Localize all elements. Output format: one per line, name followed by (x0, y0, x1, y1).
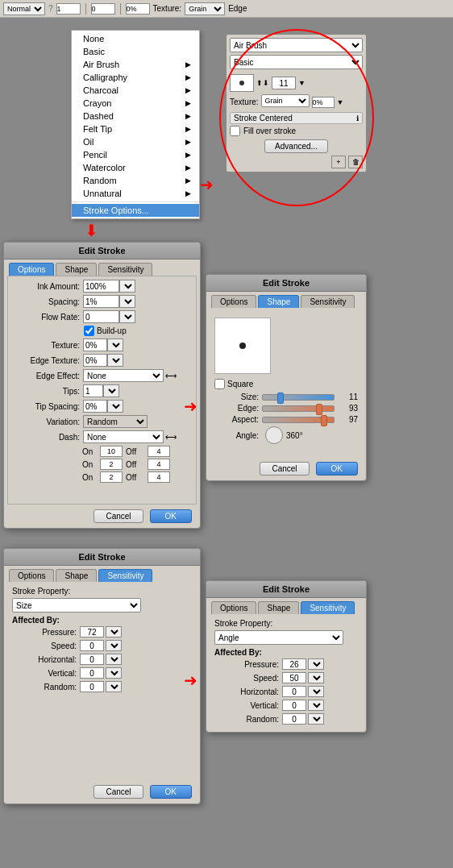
opacity-input[interactable] (56, 3, 81, 15)
spacing-input[interactable] (83, 295, 119, 308)
dropdown-item-basic[interactable]: Basic (72, 45, 199, 58)
texture-percent-input[interactable] (312, 97, 335, 108)
horizontal-input-angle[interactable] (282, 686, 306, 697)
on-input-3[interactable] (100, 471, 123, 483)
basic-select[interactable]: Basic (230, 55, 363, 69)
edge-texture-select[interactable]: ▼ (107, 354, 123, 367)
fill-over-stroke-checkbox[interactable] (230, 126, 240, 136)
tip-spacing-input[interactable] (83, 400, 107, 413)
tab-options-shape[interactable]: Options (211, 295, 256, 308)
cancel-button-sens-size[interactable]: Cancel (94, 785, 143, 799)
speed-select-size[interactable]: ▼ (106, 640, 122, 651)
off-input-1[interactable] (148, 446, 170, 457)
tab-shape-sens-size[interactable]: Shape (56, 569, 97, 582)
speed-input-angle[interactable] (282, 672, 306, 683)
vertical-input-size[interactable] (80, 667, 104, 679)
random-select-angle[interactable]: ▼ (308, 713, 324, 725)
speed-input-size[interactable] (80, 640, 104, 651)
dash-select[interactable]: None (83, 430, 164, 443)
blend-input[interactable] (126, 3, 150, 15)
sens-size-title: Edit Stroke (4, 549, 200, 566)
square-checkbox[interactable] (214, 379, 225, 389)
advanced-button[interactable]: Advanced... (264, 139, 328, 153)
variation-select[interactable]: Random (83, 415, 148, 428)
tab-sensitivity-active-1[interactable]: Sensitivity (98, 569, 152, 582)
buildup-checkbox[interactable] (84, 326, 94, 336)
dropdown-item-charcoal[interactable]: Charcoal ▶ (72, 84, 199, 97)
texture-select-top[interactable]: Grain (185, 2, 225, 15)
tab-shape-active[interactable]: Shape (258, 295, 299, 308)
random-select-size[interactable]: ▼ (106, 681, 122, 692)
edge-texture-input[interactable] (83, 354, 107, 367)
texture-select-opt[interactable]: ▼ (107, 338, 123, 351)
dropdown-item-pencil[interactable]: Pencil ▶ (72, 148, 199, 161)
tab-options-sens-size[interactable]: Options (9, 569, 54, 582)
tab-sensitivity-1[interactable]: Sensitivity (98, 263, 152, 276)
pressure-input-size[interactable] (80, 626, 104, 638)
spacing-select[interactable]: ▼ (119, 295, 135, 308)
ok-button-shape[interactable]: OK (316, 462, 358, 476)
arrow-annotation-1: ➜ (200, 175, 214, 194)
horizontal-input-size[interactable] (80, 654, 104, 665)
pressure-input-angle[interactable] (282, 658, 306, 670)
texture-input[interactable] (83, 338, 107, 351)
edge-effect-select[interactable]: None (83, 369, 164, 382)
horizontal-select-size[interactable]: ▼ (106, 654, 122, 665)
ok-button-1[interactable]: OK (150, 509, 192, 523)
on-input-1[interactable] (100, 446, 123, 457)
delete-icon-btn[interactable]: 🗑 (348, 156, 363, 168)
off-input-3[interactable] (148, 471, 170, 483)
blend-mode-select[interactable]: Normal (3, 2, 45, 15)
tab-shape-sens-angle[interactable]: Shape (258, 601, 299, 614)
ink-amount-input[interactable] (83, 280, 119, 293)
angle-dial[interactable] (265, 426, 283, 444)
dropdown-item-random[interactable]: Random ▶ (72, 174, 199, 187)
dropdown-item-stroke-options[interactable]: Stroke Options... (72, 204, 199, 217)
tab-options-sens-angle[interactable]: Options (211, 601, 256, 614)
stroke-property-select-size[interactable]: Size (12, 598, 141, 613)
vertical-input-angle[interactable] (282, 700, 306, 711)
tip-spacing-row: Tip Spacing: ▼ (11, 400, 193, 413)
ok-button-sens-size[interactable]: OK (150, 785, 192, 799)
cancel-button-shape[interactable]: Cancel (260, 462, 309, 476)
tips-select[interactable]: ▼ (103, 384, 119, 397)
pressure-select-size[interactable]: ▼ (106, 626, 122, 638)
dropdown-item-watercolor[interactable]: Watercolor ▶ (72, 161, 199, 174)
arrow-icon: ▶ (185, 60, 191, 69)
dropdown-item-felttip[interactable]: Felt Tip ▶ (72, 123, 199, 135)
ink-amount-select[interactable]: ▼ (119, 280, 135, 293)
tab-sensitivity-shape[interactable]: Sensitivity (301, 295, 355, 308)
tab-sensitivity-active-2[interactable]: Sensitivity (301, 601, 355, 614)
tips-input[interactable] (83, 384, 103, 397)
airbrush-select[interactable]: Air Brush (230, 38, 363, 52)
random-input-size[interactable] (80, 681, 104, 692)
dropdown-item-calligraphy[interactable]: Calligraphy ▶ (72, 71, 199, 84)
tip-size-input[interactable] (272, 77, 296, 89)
angle-value: 360° (286, 431, 303, 440)
dropdown-item-airbrush[interactable]: Air Brush ▶ (72, 58, 199, 71)
flow-input[interactable] (91, 3, 115, 15)
dropdown-item-dashed[interactable]: Dashed ▶ (72, 110, 199, 123)
speed-select-angle[interactable]: ▼ (308, 672, 324, 683)
flow-rate-input[interactable] (83, 310, 119, 323)
horizontal-select-angle[interactable]: ▼ (308, 686, 324, 697)
dropdown-item-oil[interactable]: Oil ▶ (72, 135, 199, 148)
vertical-select-size[interactable]: ▼ (106, 667, 122, 679)
on-input-2[interactable] (100, 459, 123, 470)
random-input-angle[interactable] (282, 713, 306, 725)
vertical-select-angle[interactable]: ▼ (308, 700, 324, 711)
add-icon-btn[interactable]: + (331, 156, 346, 168)
dropdown-item-unnatural[interactable]: Unnatural ▶ (72, 187, 199, 200)
tab-options[interactable]: Options (9, 263, 54, 276)
dropdown-item-none[interactable]: None (72, 32, 199, 45)
pressure-select-angle[interactable]: ▼ (308, 658, 324, 670)
stroke-property-select-angle[interactable]: Angle (214, 630, 343, 645)
cancel-button-1[interactable]: Cancel (94, 509, 143, 523)
texture-select[interactable]: Grain (261, 94, 310, 107)
dropdown-item-crayon[interactable]: Crayon ▶ (72, 97, 199, 110)
tip-spacing-select[interactable]: ▼ (107, 400, 123, 413)
buildup-label: Build-up (97, 326, 127, 335)
flow-rate-select[interactable]: ▼ (119, 310, 135, 323)
off-input-2[interactable] (148, 459, 170, 470)
tab-shape-1[interactable]: Shape (56, 263, 97, 276)
